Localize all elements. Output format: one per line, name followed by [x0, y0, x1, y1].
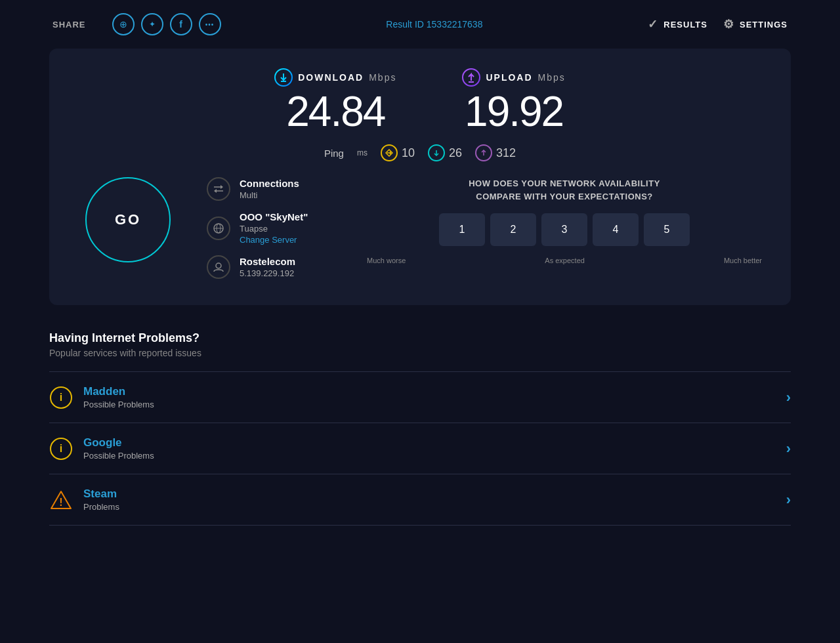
steam-status: Problems [83, 502, 776, 512]
madden-name: Madden [83, 385, 776, 398]
rating-label-right: Much better [724, 257, 762, 264]
connections-item: Connections Multi [207, 177, 338, 201]
settings-icon: ⚙ [723, 17, 734, 31]
share-label: SHARE [52, 20, 86, 30]
top-bar: SHARE ⊕ ✦ f ••• Result ID 15332217638 ✓ … [0, 0, 840, 49]
ping-upload-value: 312 [496, 146, 516, 160]
results-label: RESULTS [663, 20, 707, 30]
steam-text: Steam Problems [83, 487, 776, 512]
server-icon [207, 217, 230, 240]
steam-warning-icon: ! [49, 488, 73, 512]
go-button[interactable]: GO [85, 177, 171, 262]
change-server-link[interactable]: Change Server [240, 235, 308, 245]
svg-marker-13 [220, 185, 223, 189]
upload-icon [462, 68, 480, 87]
share-twitter-button[interactable]: ✦ [141, 13, 163, 35]
madden-icon: i [49, 386, 73, 409]
ping-unit: ms [357, 148, 368, 157]
rating-btn-4[interactable]: 4 [593, 213, 639, 246]
result-id-area: Result ID 15332217638 [247, 19, 622, 30]
ping-label: Ping [324, 148, 344, 159]
server-name: OOO "SkyNet" [240, 211, 308, 222]
ping-download: 26 [428, 144, 462, 161]
rating-btn-3[interactable]: 3 [541, 213, 587, 246]
info-circle-google: i [50, 438, 72, 460]
results-icon: ✓ [648, 17, 658, 31]
google-chevron: › [786, 440, 791, 457]
problems-title: Having Internet Problems? [49, 331, 791, 345]
isp-item: Rostelecom 5.139.229.192 [207, 255, 338, 279]
rating-section: HOW DOES YOUR NETWORK AVAILABILITY COMPA… [364, 177, 765, 264]
google-text: Google Possible Problems [83, 436, 776, 461]
upload-label: UPLOAD [486, 72, 532, 83]
more-icon: ••• [205, 21, 215, 28]
main-card: DOWNLOAD Mbps 24.84 [49, 49, 791, 305]
rating-label-center: As expected [545, 257, 585, 264]
google-status: Possible Problems [83, 451, 776, 461]
upload-value: 19.92 [462, 91, 565, 133]
result-id-label: Result ID [386, 19, 424, 30]
steam-name: Steam [83, 487, 776, 501]
google-icon: i [49, 437, 73, 461]
download-label: DOWNLOAD [298, 72, 364, 83]
rating-question: HOW DOES YOUR NETWORK AVAILABILITY COMPA… [364, 177, 765, 203]
settings-label: SETTINGS [740, 20, 788, 30]
rating-btn-5[interactable]: 5 [644, 213, 690, 246]
top-right-nav: ✓ RESULTS ⚙ SETTINGS [648, 17, 788, 31]
problems-subtitle: Popular services with reported issues [49, 348, 791, 358]
upload-unit: Mbps [538, 72, 566, 83]
connections-label: Connections [240, 178, 299, 189]
go-area: GO [75, 177, 180, 262]
lower-section: GO Connections Multi [75, 177, 765, 279]
speed-row: DOWNLOAD Mbps 24.84 [75, 68, 765, 133]
share-facebook-button[interactable]: f [170, 13, 192, 35]
facebook-icon: f [179, 19, 182, 30]
share-link-button[interactable]: ⊕ [112, 13, 135, 35]
rating-btn-2[interactable]: 2 [490, 213, 536, 246]
twitter-icon: ✦ [149, 20, 156, 29]
ping-idle: 10 [381, 144, 415, 161]
upload-title: UPLOAD Mbps [462, 68, 565, 87]
svg-marker-15 [214, 189, 217, 193]
share-icons: ⊕ ✦ f ••• [112, 13, 221, 35]
ping-download-icon [428, 144, 445, 161]
download-unit: Mbps [369, 72, 396, 83]
rating-buttons: 1 2 3 4 5 [364, 213, 765, 246]
warning-triangle-steam: ! [50, 490, 72, 510]
rating-labels: Much worse As expected Much better [364, 257, 765, 264]
ping-idle-icon [381, 144, 398, 161]
ping-upload-icon [475, 144, 492, 161]
server-location: Tuapse [240, 224, 308, 234]
problem-item-madden[interactable]: i Madden Possible Problems › [49, 372, 791, 423]
internet-problems-section: Having Internet Problems? Popular servic… [49, 331, 791, 526]
share-more-button[interactable]: ••• [199, 13, 221, 35]
download-title: DOWNLOAD Mbps [274, 68, 396, 87]
problem-item-steam[interactable]: ! Steam Problems › [49, 474, 791, 526]
ping-row: Ping ms 10 26 [75, 144, 765, 161]
info-section: Connections Multi OOO "SkyNet" Tuapse Ch… [207, 177, 338, 279]
info-circle-madden: i [50, 386, 72, 409]
isp-icon [207, 255, 230, 279]
madden-text: Madden Possible Problems [83, 385, 776, 409]
isp-ip: 5.139.229.192 [240, 268, 295, 278]
connections-icon [207, 177, 230, 201]
download-block: DOWNLOAD Mbps 24.84 [274, 68, 396, 133]
download-icon [274, 68, 293, 87]
link-icon: ⊕ [119, 19, 127, 30]
svg-text:!: ! [59, 497, 62, 508]
result-id-value[interactable]: 15332217638 [427, 19, 483, 30]
problem-item-google[interactable]: i Google Possible Problems › [49, 423, 791, 474]
upload-block: UPLOAD Mbps 19.92 [462, 68, 565, 133]
ping-upload: 312 [475, 144, 516, 161]
connections-text: Connections Multi [240, 178, 299, 200]
svg-point-19 [216, 263, 221, 268]
steam-chevron: › [786, 491, 791, 508]
madden-status: Possible Problems [83, 400, 776, 409]
settings-button[interactable]: ⚙ SETTINGS [723, 17, 788, 31]
isp-name: Rostelecom [240, 256, 295, 267]
connections-value: Multi [240, 190, 299, 200]
results-button[interactable]: ✓ RESULTS [648, 17, 707, 31]
ping-download-value: 26 [449, 146, 462, 160]
rating-btn-1[interactable]: 1 [439, 213, 485, 246]
download-value: 24.84 [274, 91, 396, 133]
